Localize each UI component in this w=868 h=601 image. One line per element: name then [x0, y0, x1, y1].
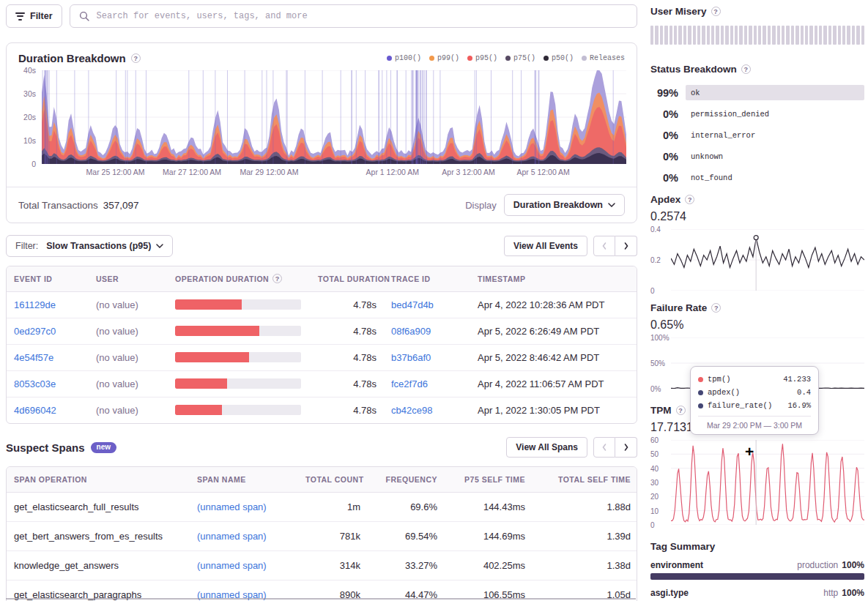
legend-item[interactable]: p75(): [505, 54, 535, 62]
chart-legend: p100()p99()p95()p75()p50()Releases: [387, 54, 625, 62]
operation-duration-bar: [175, 299, 301, 310]
tooltip-row: tpm()41.233: [698, 373, 811, 386]
y-tick-label: 0.4: [650, 225, 661, 234]
trace-id-link[interactable]: fce2f7d6: [391, 378, 428, 389]
trace-id-link[interactable]: bed47d4b: [391, 299, 434, 310]
table-row: 0ed297c0(no value)4.78s08f6a909Apr 5, 20…: [7, 318, 637, 344]
apdex-chart[interactable]: [671, 229, 864, 291]
total-count-cell: 781k: [298, 521, 368, 550]
help-icon[interactable]: ?: [685, 195, 694, 204]
legend-label: Releases: [590, 54, 625, 62]
operation-duration-fill: [175, 405, 222, 415]
help-icon[interactable]: ?: [131, 53, 141, 63]
event-id-link[interactable]: 0ed297c0: [14, 326, 56, 337]
search-icon: [79, 11, 89, 21]
misery-bar: [791, 26, 794, 45]
help-icon[interactable]: ?: [711, 7, 721, 16]
misery-bar: [828, 26, 831, 45]
misery-bar: [763, 26, 765, 45]
tooltip-series-dot: [698, 377, 703, 382]
search-input[interactable]: [95, 10, 628, 22]
misery-bar: [744, 26, 747, 45]
y-tick-label: 60: [650, 436, 659, 444]
display-dropdown[interactable]: Duration Breakdown: [504, 194, 625, 216]
legend-item[interactable]: p50(): [544, 54, 574, 62]
x-tick-label: Mar 27 12:00 AM: [163, 168, 221, 176]
column-header: SPAN NAME: [190, 467, 298, 492]
view-all-spans-button[interactable]: View All Spans: [506, 437, 587, 458]
column-header: TRACE ID: [384, 266, 470, 291]
view-all-events-button[interactable]: View All Events: [504, 236, 587, 256]
misery-bar: [702, 26, 705, 45]
prev-page-button[interactable]: [593, 236, 615, 256]
event-id-link[interactable]: 161129de: [14, 299, 56, 310]
x-tick-label: Apr 3 12:00 AM: [442, 168, 494, 176]
events-filter-dropdown[interactable]: Filter: Slow Transactions (p95): [6, 235, 173, 257]
span-name-link[interactable]: (unnamed span): [197, 531, 267, 542]
status-percent: 0%: [650, 108, 678, 120]
total-count-cell: 314k: [298, 550, 368, 580]
y-tick-label: 0: [650, 287, 655, 295]
operation-duration-bar: [175, 352, 301, 362]
tooltip-series-label: failure_rate(): [708, 401, 772, 410]
trace-id-link[interactable]: 08f6a909: [391, 326, 431, 337]
event-id-link[interactable]: 4e54f57e: [14, 352, 53, 363]
misery-bar: [786, 26, 789, 45]
event-id-link[interactable]: 8053c03e: [14, 378, 56, 389]
trace-id-link[interactable]: cb42ce98: [391, 405, 432, 416]
next-page-button[interactable]: [615, 236, 637, 256]
tag-row: asgi.typehttp100%: [650, 588, 864, 601]
trace-id-link[interactable]: b37b6af0: [391, 352, 431, 363]
legend-item[interactable]: p100(): [387, 54, 421, 62]
bottom-edge-line: [6, 598, 636, 600]
search-box[interactable]: [70, 4, 637, 28]
span-name-link[interactable]: (unnamed span): [197, 501, 267, 512]
misery-bar: [735, 26, 738, 45]
misery-bar: [716, 26, 719, 45]
spans-pagination: [593, 437, 637, 458]
tag-name: environment: [650, 560, 703, 570]
total-duration-cell: 4.78s: [311, 370, 384, 397]
legend-label: p95(): [475, 54, 497, 62]
event-id-link[interactable]: 4d696042: [14, 405, 56, 416]
status-percent: 0%: [650, 151, 678, 163]
operation-duration-bar: [175, 405, 301, 415]
misery-bar: [819, 26, 822, 45]
help-icon[interactable]: ?: [741, 64, 751, 74]
tpm-chart[interactable]: [671, 440, 864, 525]
user-misery-score-bar: [650, 26, 864, 45]
filter-button[interactable]: Filter: [6, 4, 62, 28]
status-label: ok: [691, 89, 700, 97]
legend-item[interactable]: Releases: [582, 54, 625, 62]
events-pagination: [593, 236, 637, 256]
next-page-button[interactable]: [615, 437, 637, 458]
tag-bar[interactable]: [650, 573, 864, 580]
misery-bar: [815, 26, 817, 45]
total-self-time-cell: 1.38d: [533, 550, 637, 580]
prev-page-button[interactable]: [593, 437, 615, 458]
tag-value: http: [823, 588, 838, 598]
legend-label: p99(): [437, 54, 459, 62]
span-operation-cell: get_bert_answers_from_es_results: [7, 521, 190, 550]
filter-button-label: Filter: [30, 11, 53, 21]
span-name-link[interactable]: (unnamed span): [197, 560, 267, 571]
legend-item[interactable]: p99(): [429, 54, 459, 62]
tooltip-series-label: apdex(): [708, 388, 740, 397]
chart-tooltip: tpm()41.233apdex()0.4failure_rate()16.9%…: [690, 366, 819, 435]
duration-chart[interactable]: [42, 70, 626, 164]
status-bar[interactable]: ok: [686, 85, 864, 100]
misery-bar: [852, 26, 855, 45]
table-row: 161129de(no value)4.78sbed47d4bApr 4, 20…: [7, 291, 637, 318]
misery-bar: [758, 26, 761, 45]
legend-item[interactable]: p95(): [467, 54, 497, 62]
timestamp-cell: Apr 4, 2022 11:06:57 AM PDT: [470, 370, 637, 397]
tag-name: asgi.type: [650, 588, 689, 598]
help-icon[interactable]: ?: [272, 274, 282, 283]
help-icon[interactable]: ?: [711, 303, 721, 313]
legend-dot: [467, 56, 472, 61]
help-icon[interactable]: ?: [676, 406, 686, 415]
misery-bar: [707, 26, 710, 45]
column-header: USER: [89, 266, 168, 291]
status-percent: 0%: [650, 172, 678, 184]
misery-bar: [664, 26, 667, 45]
